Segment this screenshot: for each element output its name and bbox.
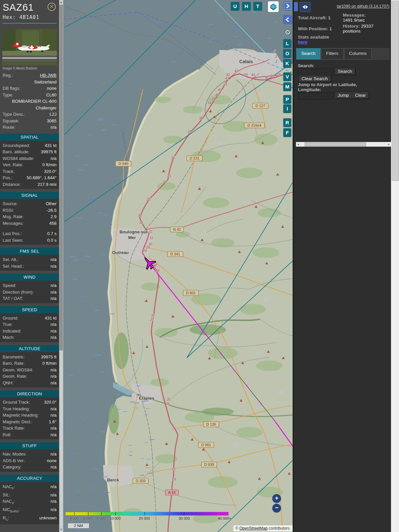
data-label: Track Rate: bbox=[3, 425, 25, 431]
data-row: True Heading:n/a bbox=[0, 406, 59, 412]
sidebar-collapse-button[interactable] bbox=[283, 15, 292, 24]
page-scrollbar[interactable] bbox=[391, 0, 399, 532]
data-value: n/a bbox=[12, 492, 57, 498]
jump-clear-button[interactable]: Clear bbox=[352, 92, 369, 99]
scroll-right-icon[interactable]: ► bbox=[387, 142, 390, 147]
map-button-v[interactable]: V bbox=[283, 72, 291, 81]
legend-label: 4 000 bbox=[69, 516, 79, 520]
junction-number: 35 bbox=[167, 174, 171, 178]
map-button-t[interactable]: T bbox=[253, 2, 262, 11]
junction-number: 31 bbox=[149, 236, 153, 240]
map-button-l[interactable]: L bbox=[283, 39, 291, 48]
map-button-h[interactable]: H bbox=[242, 2, 251, 11]
data-row: WGS84 altitude:n/a bbox=[0, 155, 59, 162]
history-stat: History: 29337positions bbox=[343, 24, 373, 34]
data-row: Magnetic Decl.:1.6° bbox=[0, 419, 59, 425]
data-label: TAT / OAT: bbox=[3, 296, 23, 302]
info-label: Type Desc.: bbox=[3, 111, 26, 117]
map-canvas[interactable]: ✈ Hauts-de-FranceCalaisBoulogne-sur-MerO… bbox=[63, 0, 293, 532]
data-value: n/a bbox=[23, 464, 57, 470]
section-body: Ground:431 ktTrue:n/aIndicated:n/aMach:n… bbox=[0, 313, 59, 341]
left-panel-scrollbar[interactable]: ▲ ▼ bbox=[59, 0, 63, 532]
map-button-o[interactable]: O bbox=[283, 49, 291, 58]
data-value: n/a bbox=[36, 156, 57, 162]
map-button-m[interactable]: M bbox=[283, 82, 291, 91]
search-button[interactable]: Search bbox=[334, 68, 355, 75]
section-header: ALTITUDE bbox=[0, 345, 59, 352]
info-value: BOMBARDIER CL-600 bbox=[5, 98, 57, 104]
data-label: Magnetic Decl.: bbox=[3, 419, 33, 425]
city-label: Outreau bbox=[112, 250, 129, 255]
info-value[interactable]: HB-JWB bbox=[15, 72, 57, 78]
tab-filters[interactable]: Filters bbox=[321, 48, 343, 60]
aircraft-photo[interactable] bbox=[2, 29, 57, 66]
with-position-stat: With Position: 1 bbox=[298, 26, 332, 31]
junction-number: 41 bbox=[225, 76, 229, 80]
sidebar-expand-button[interactable] bbox=[283, 2, 292, 10]
data-label: Indicated: bbox=[3, 328, 21, 334]
info-row: Type Desc.:L2J bbox=[0, 111, 59, 118]
data-row: Nav. Modes:n/a bbox=[0, 451, 59, 458]
search-input[interactable] bbox=[298, 68, 333, 75]
map-button-r[interactable]: R bbox=[283, 118, 291, 127]
zoom-out-button[interactable]: − bbox=[272, 504, 281, 512]
data-value: 431 kt bbox=[32, 143, 57, 149]
junction-number: 31 bbox=[149, 229, 153, 233]
osm-link[interactable]: OpenStreetMap bbox=[239, 526, 268, 531]
clear-search-button[interactable]: Clear Search bbox=[298, 75, 331, 82]
panel-edge-button[interactable] bbox=[294, 2, 298, 11]
page-scrollbar-thumb[interactable] bbox=[392, 1, 399, 181]
section-header: ACCURACY bbox=[0, 475, 59, 482]
road-shield-label: D 231 bbox=[190, 156, 199, 160]
map-button-p[interactable]: P bbox=[283, 95, 291, 104]
map-button-i[interactable]: I bbox=[283, 104, 291, 113]
zoom-in-button[interactable]: + bbox=[272, 494, 281, 503]
info-value: Switzerland bbox=[5, 79, 57, 85]
row-spacer bbox=[0, 226, 59, 230]
stats-here-link[interactable]: here bbox=[298, 40, 308, 45]
stats-available: Stats availablehere bbox=[298, 35, 329, 45]
table-horizontal-scrollbar[interactable]: ◄ ► bbox=[296, 142, 391, 147]
scroll-down-icon[interactable]: ▼ bbox=[59, 528, 63, 532]
tab-columns[interactable]: Columns bbox=[344, 48, 372, 60]
messages-stat: Messages:1491.9/sec bbox=[343, 13, 366, 23]
data-label: Nav. Modes: bbox=[3, 451, 27, 457]
github-version-link[interactable]: tar1090 on github (3.14.1707) bbox=[337, 4, 389, 9]
triangle-right-icon bbox=[306, 5, 308, 9]
jump-button[interactable]: Jump bbox=[334, 92, 352, 99]
section-body: Nav. Modes:n/aADS-B Ver.:noneCategory:n/… bbox=[0, 449, 59, 470]
hscroll-thumb[interactable] bbox=[305, 142, 366, 146]
map-button-k[interactable]: K bbox=[283, 59, 291, 68]
map-button-u[interactable]: U bbox=[231, 2, 239, 11]
junction-number: 26 bbox=[166, 397, 171, 401]
data-label: RC: bbox=[3, 515, 9, 523]
junction-number: 33 bbox=[146, 197, 150, 201]
jump-input[interactable] bbox=[298, 92, 333, 99]
data-value: 320.0° bbox=[32, 399, 57, 405]
data-value: 0.0 s bbox=[25, 237, 57, 243]
panel-width-toggle[interactable] bbox=[300, 2, 311, 12]
legend-label: 20 000 bbox=[139, 516, 150, 520]
info-label: Type: bbox=[3, 92, 13, 98]
close-icon[interactable]: ✕ bbox=[48, 3, 56, 11]
scroll-up-icon[interactable]: ▲ bbox=[59, 0, 63, 4]
road-shield-label: D 126 bbox=[206, 422, 216, 426]
tar1090-app: SAZ61 Hex: 4B1A01 ✕ bbox=[0, 0, 399, 532]
data-row: Vert. Rate:0 ft/min bbox=[0, 162, 59, 168]
scrollbar-thumb[interactable] bbox=[60, 5, 63, 350]
triangle-left-icon bbox=[303, 5, 305, 9]
scroll-left-icon[interactable]: ◄ bbox=[297, 142, 300, 147]
data-section: SIGNALSource:OtherRSSI:-26.5Msg. Rate:2.… bbox=[0, 192, 59, 245]
layers-button[interactable] bbox=[268, 1, 279, 12]
map-button-f[interactable]: F bbox=[283, 128, 291, 137]
junction-number: 46 bbox=[265, 75, 269, 79]
data-value: n/a bbox=[26, 263, 57, 269]
data-row: Source:Other bbox=[0, 200, 59, 207]
data-value: n/a bbox=[22, 507, 57, 514]
data-label: Source: bbox=[3, 201, 18, 207]
settings-gear-icon[interactable]: ⚙ bbox=[283, 28, 292, 37]
legend-tick bbox=[88, 512, 88, 515]
data-label: Ground Track: bbox=[3, 399, 30, 405]
data-label: Sel. Head.: bbox=[3, 263, 24, 269]
tab-search[interactable]: Search bbox=[296, 48, 321, 60]
